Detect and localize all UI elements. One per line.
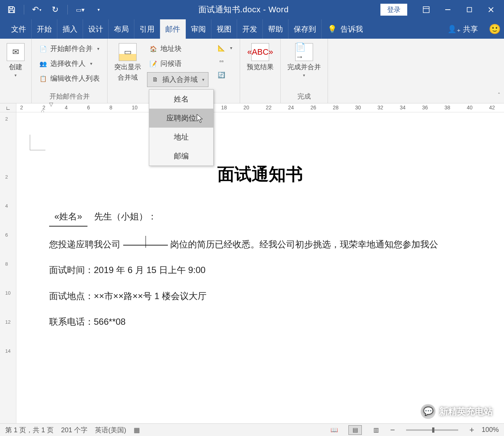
ruler-tick: 22 (266, 105, 272, 110)
doc-line-location: 面试地点：××市××路××号 1 楼会议大厅 (49, 288, 491, 304)
vertical-ruler[interactable]: 22468101214 (0, 112, 16, 423)
match-fields-button[interactable]: ▫▫ (215, 56, 235, 67)
merge-field-item-name[interactable]: 姓名 (149, 90, 213, 109)
ruler-tick: 28 (333, 105, 339, 110)
zoom-slider[interactable] (406, 429, 458, 431)
close-icon[interactable] (482, 2, 500, 17)
share-icon: 👤₊ (447, 25, 461, 33)
qat-dropdown-icon[interactable]: ▾ (91, 2, 106, 17)
tab-home[interactable]: 开始 (32, 19, 57, 39)
page-margin-corner (30, 135, 45, 150)
ruler-tick: 32 (377, 105, 383, 110)
highlight-merge-fields-button[interactable]: ▭ 突出显示 合并域 (111, 41, 145, 102)
ruler-tick: 6 (87, 105, 90, 110)
finish-icon: 📄→ (295, 43, 313, 61)
update-labels-button[interactable]: 🔄 (215, 69, 235, 80)
indent-marker-top-icon[interactable]: ▽ (49, 101, 53, 107)
finish-merge-button[interactable]: 📄→ 完成并合并 ▾ (284, 41, 325, 80)
edit-recipient-list-button[interactable]: 📋 编辑收件人列表 (37, 72, 102, 85)
rules-button[interactable]: 📐▾ (215, 42, 235, 54)
window-controls: 登录 (380, 2, 500, 17)
ruler-tick: 2 (5, 116, 8, 122)
quick-access-toolbar: ↶▾ ↻ ▭▾ ▾ (4, 2, 106, 17)
group-label-start-merge: 开始邮件合并 (35, 90, 104, 102)
svg-rect-4 (467, 7, 472, 12)
create-button[interactable]: ✉ 创建 ▾ (3, 41, 28, 80)
zoom-in-button[interactable]: + (469, 425, 474, 435)
select-recipients-button[interactable]: 👥 选择收件人▾ (37, 57, 102, 70)
ruler-tick: 12 (5, 319, 10, 325)
tab-insert[interactable]: 插入 (57, 19, 83, 39)
tab-developer[interactable]: 开发 (237, 19, 263, 39)
insert-merge-field-button[interactable]: 🗎 插入合并域 ▾ (147, 72, 208, 87)
blank-field[interactable] (123, 245, 168, 246)
redo-icon[interactable]: ↻ (47, 2, 63, 17)
tab-review[interactable]: 审阅 (186, 19, 211, 39)
zoom-out-button[interactable]: − (390, 425, 395, 435)
ribbon-tabs: 文件 开始 插入 设计 布局 引用 邮件 审阅 视图 开发 帮助 保存到 💡 告… (0, 19, 504, 39)
rules-icon: 📐 (217, 44, 226, 52)
watermark: 💬 新精英充电站 (421, 404, 493, 419)
horizontal-ruler[interactable]: ∟ ▽ ⌂ 2246810121416182022242628303234363… (0, 103, 504, 112)
svg-rect-2 (423, 7, 429, 13)
maximize-icon[interactable] (460, 2, 479, 17)
doc-line-time: 面试时间：2019 年 6 月 15 日上午 9:00 (49, 262, 491, 278)
preview-results-button[interactable]: «ABC» 预览结果 (243, 41, 277, 74)
zoom-level[interactable]: 100% (482, 426, 499, 434)
tab-file[interactable]: 文件 (6, 19, 32, 39)
ruler-tick: 2 (42, 105, 45, 110)
tab-layout[interactable]: 布局 (109, 19, 134, 39)
share-button[interactable]: 👤₊ 共享 (440, 19, 485, 39)
greeting-icon: 📝 (149, 60, 157, 68)
ribbon-options-icon[interactable] (417, 2, 436, 17)
merge-field-dropdown: 姓名 应聘岗位 地址 邮编 (149, 89, 214, 166)
view-read-mode-icon[interactable]: 📖 (328, 425, 341, 435)
lightbulb-icon: 💡 (328, 25, 337, 33)
feedback-icon[interactable]: 🙂 (485, 19, 504, 39)
document-page[interactable]: 面试通知书 «姓名» 先生（小姐）： 您投递应聘我公司 岗位的简历已经收悉。经我… (16, 112, 504, 423)
tab-references[interactable]: 引用 (134, 19, 160, 39)
collapse-ribbon-icon[interactable]: ˄ (498, 92, 500, 98)
minimize-icon[interactable] (438, 2, 457, 17)
start-mail-merge-button[interactable]: 📄 开始邮件合并▾ (37, 42, 102, 55)
ruler-tick: 36 (422, 105, 428, 110)
tab-selector-icon[interactable]: ∟ (0, 103, 16, 112)
svg-rect-0 (10, 7, 13, 9)
undo-icon[interactable]: ↶▾ (29, 2, 44, 17)
name-merge-field[interactable]: «姓名» (49, 208, 87, 227)
login-button[interactable]: 登录 (380, 4, 407, 16)
tab-save-to[interactable]: 保存到 (288, 19, 322, 39)
mouse-cursor-icon (197, 114, 204, 125)
doc-line-body: 您投递应聘我公司 岗位的简历已经收悉。经我公司初步挑选，现荣幸地通知您参加我公 (49, 236, 491, 252)
qat-more-icon[interactable]: ▭▾ (72, 2, 88, 17)
address-block-button[interactable]: 🏠 地址块 (147, 42, 208, 55)
ribbon-group-finish: 📄→ 完成并合并 ▾ 完成 (281, 39, 328, 103)
status-page[interactable]: 第 1 页，共 1 页 (5, 426, 54, 435)
highlight-icon: ▭ (119, 43, 137, 61)
ruler-tick: 38 (444, 105, 450, 110)
document-icon: 📄 (39, 45, 47, 53)
status-macro-icon[interactable]: ▦ (134, 426, 140, 434)
ruler-tick: 10 (132, 105, 138, 110)
tab-mailings[interactable]: 邮件 (160, 19, 186, 39)
window-title: 面试通知书.docx - Word (106, 4, 380, 15)
view-print-layout-icon[interactable]: ▤ (348, 425, 362, 435)
editor-area: 22468101214 面试通知书 «姓名» 先生（小姐）： 您投递应聘我公司 … (0, 112, 504, 423)
greeting-line-button[interactable]: 📝 问候语 (147, 57, 208, 70)
document-heading: 面试通知书 (30, 163, 491, 186)
ruler-tick: 34 (400, 105, 406, 110)
tell-me-search[interactable]: 💡 告诉我 (322, 19, 369, 39)
tab-design[interactable]: 设计 (83, 19, 109, 39)
ruler-tick: 20 (243, 105, 249, 110)
tab-view[interactable]: 视图 (211, 19, 237, 39)
status-word-count[interactable]: 201 个字 (61, 426, 87, 435)
status-language[interactable]: 英语(美国) (95, 426, 126, 435)
save-icon[interactable] (4, 2, 19, 17)
text-cursor (146, 236, 146, 248)
tab-help[interactable]: 帮助 (263, 19, 288, 39)
ruler-tick: 24 (288, 105, 294, 110)
merge-field-item-address[interactable]: 地址 (149, 128, 213, 147)
ruler-tick: 10 (5, 290, 10, 296)
merge-field-item-zipcode[interactable]: 邮编 (149, 147, 213, 166)
view-web-layout-icon[interactable]: ▥ (369, 425, 383, 435)
